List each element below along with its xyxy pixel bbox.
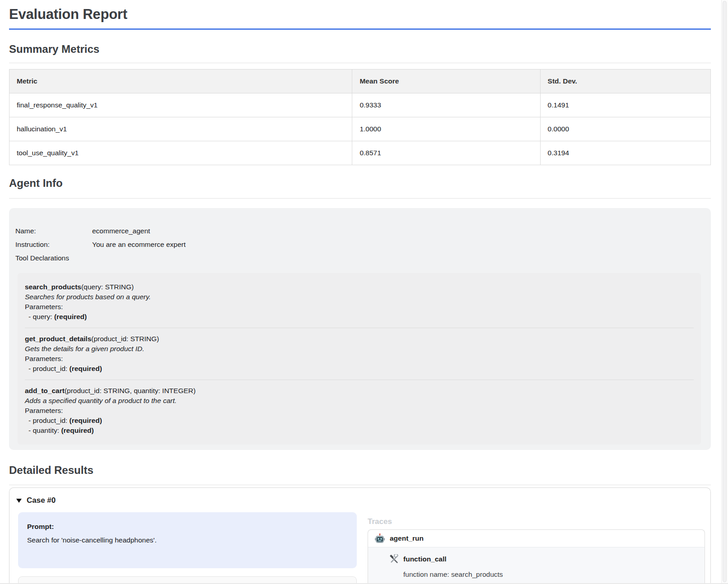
agent-instruction-row: Instruction: You are an ecommerce expert [15,241,702,249]
section-divider [9,485,711,485]
detailed-results-heading: Detailed Results [9,464,711,477]
tool-entry-add-to-cart: add_to_cart(product_id: STRING, quantity… [25,386,694,436]
prompt-text: Search for 'noise-cancelling headphones'… [27,537,348,544]
agent-instruction-value: You are an ecommerce expert [92,241,186,249]
trace-row-agent-run: agent_run [368,530,705,547]
tool-description: Searches for products based on a query. [25,292,694,302]
tool-entry-search-products: search_products(query: STRING) Searches … [25,282,694,322]
collapse-triangle-icon [16,499,22,503]
case-left-column: Prompt: Search for 'noise-cancelling hea… [18,512,357,584]
summary-metrics-table: Metric Mean Score Std. Dev. final_respon… [9,69,711,165]
page-content: Evaluation Report Summary Metrics Metric… [9,6,711,584]
page-title: Evaluation Report [9,6,711,23]
hammer-wrench-icon [389,554,399,564]
trace-tree: agent_run [368,529,705,584]
case-title: Case #0 [27,496,56,505]
tool-divider [25,380,694,380]
tool-parameter: - product_id: (required) [25,364,694,374]
trace-nested-block: function_call function name: search_prod… [368,547,705,584]
agent-name-value: ecommerce_agent [92,227,150,235]
tool-parameter: - query: (required) [25,312,694,322]
table-row: tool_use_quality_v1 0.8571 0.3194 [9,141,711,165]
metric-mean: 0.8571 [352,141,540,165]
tool-parameters-label: Parameters: [25,406,694,416]
title-accent-rule [9,28,711,30]
case-card: Case #0 Prompt: Search for 'noise-cancel… [9,487,711,584]
trace-child-label: function_call [403,555,447,563]
metric-mean: 0.9333 [352,93,540,117]
robot-icon [374,533,385,544]
agent-info-panel: Name: ecommerce_agent Instruction: You a… [9,208,711,450]
case-toggle[interactable]: Case #0 [9,488,710,505]
tool-signature: add_to_cart(product_id: STRING, quantity… [25,386,694,396]
tool-signature: get_product_details(product_id: STRING) [25,334,694,344]
tool-entry-get-product-details: get_product_details(product_id: STRING) … [25,334,694,374]
vertical-scrollbar[interactable] [721,0,728,584]
prompt-box: Prompt: Search for 'noise-cancelling hea… [18,512,357,568]
case-body: Prompt: Search for 'noise-cancelling hea… [9,512,710,584]
column-header-mean-score: Mean Score [352,70,540,93]
case-right-column: Traces [368,512,705,584]
metric-std: 0.0000 [540,117,710,141]
trace-row-function-call: function_call [389,554,698,564]
agent-name-label: Name: [15,227,92,235]
column-header-metric: Metric [9,70,352,93]
section-divider [9,198,711,199]
tool-declarations-label: Tool Declarations [15,254,702,262]
tool-description: Adds a specified quantity of a product t… [25,396,694,406]
metric-name: tool_use_quality_v1 [9,141,352,165]
metric-mean: 1.0000 [352,117,540,141]
metric-name: hallucination_v1 [9,117,352,141]
tool-signature: search_products(query: STRING) [25,282,694,292]
traces-label: Traces [368,518,705,525]
agent-instruction-label: Instruction: [15,241,92,249]
agent-name-row: Name: ecommerce_agent [15,227,702,235]
tool-parameters-label: Parameters: [25,302,694,312]
section-divider [9,63,711,63]
trace-function-name: function name: search_products [403,571,698,578]
metric-std: 0.1491 [540,93,710,117]
tool-declarations-panel: search_products(query: STRING) Searches … [18,273,701,445]
metric-std: 0.3194 [540,141,710,165]
tool-parameter: - product_id: (required) [25,416,694,426]
column-header-std-dev: Std. Dev. [540,70,710,93]
tool-divider [25,328,694,328]
table-header-row: Metric Mean Score Std. Dev. [9,70,711,93]
agent-info-heading: Agent Info [9,177,711,190]
tool-parameter: - quantity: (required) [25,426,694,436]
scrollbar-thumb[interactable] [723,1,727,582]
metric-name: final_response_quality_v1 [9,93,352,117]
prompt-label: Prompt: [27,523,348,530]
tool-parameters-label: Parameters: [25,354,694,364]
table-row: final_response_quality_v1 0.9333 0.1491 [9,93,711,117]
summary-metrics-heading: Summary Metrics [9,43,711,56]
table-row: hallucination_v1 1.0000 0.0000 [9,117,711,141]
tool-description: Gets the details for a given product ID. [25,344,694,354]
trace-root-label: agent_run [390,534,424,542]
